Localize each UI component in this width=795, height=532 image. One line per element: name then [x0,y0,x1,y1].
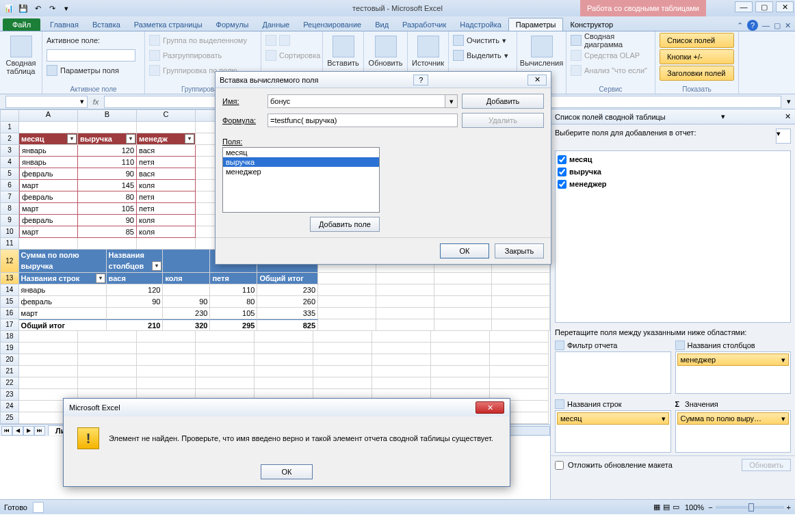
field-item[interactable]: месяц [558,153,788,165]
field-checkbox[interactable] [558,180,566,189]
pivot-col-header[interactable]: вася [107,273,164,284]
close-button[interactable]: Закрыть [495,243,544,258]
field-option[interactable]: выручка [223,157,379,167]
tab-home[interactable]: Главная [43,18,86,31]
minimize-ribbon-icon[interactable]: ⌃ [737,21,743,30]
maximize-icon[interactable]: ▢ [755,1,773,12]
cell[interactable] [255,331,313,343]
save-icon[interactable]: 💾 [17,2,29,14]
expand-formula-icon[interactable]: ▾ [783,97,795,106]
tab-formulas[interactable]: Формулы [209,18,256,31]
tab-developer[interactable]: Разработчик [395,18,453,31]
header-cell[interactable]: выручка▾ [78,133,137,145]
chevron-down-icon[interactable]: ▾ [721,112,725,121]
defer-checkbox[interactable] [555,461,564,470]
cell[interactable] [318,319,376,331]
add-button[interactable]: Добавить [462,94,544,109]
cell[interactable]: 145 [78,180,137,191]
cell[interactable] [492,296,550,308]
cell[interactable] [19,331,78,343]
cell[interactable] [196,354,255,366]
row-header[interactable]: 7 [0,191,19,203]
chevron-down-icon[interactable]: ▾ [445,94,458,108]
tab-addin[interactable]: Надстройка [453,18,508,31]
filter-dropdown-icon[interactable]: ▾ [152,261,161,271]
field-option[interactable]: месяц [223,148,379,157]
tab-view[interactable]: Вид [368,18,395,31]
row-header[interactable]: 19 [0,343,19,354]
cell[interactable]: петя [137,203,196,215]
row-header[interactable]: 20 [0,354,19,366]
view-normal-icon[interactable]: ▦ [653,503,660,511]
field-item[interactable]: менеджер [558,178,788,190]
cell[interactable]: коля [137,215,196,226]
redo-icon[interactable]: ↷ [46,2,58,14]
col-header-A[interactable]: A [19,109,78,122]
cell[interactable] [313,343,372,354]
row-header[interactable]: 10 [0,226,19,238]
header-cell[interactable]: менедж▾ [137,133,196,145]
filter-drop-zone[interactable] [555,351,671,394]
cell[interactable] [372,366,431,377]
cell[interactable] [78,377,137,389]
cell[interactable]: февраль [19,191,78,203]
pm-buttons-toggle[interactable]: Кнопки +/- [660,49,734,64]
cell[interactable] [78,331,137,343]
cell[interactable] [492,284,550,296]
cell[interactable] [376,308,434,319]
cell[interactable] [492,273,550,284]
cell[interactable] [372,331,431,343]
cell[interactable] [78,354,137,366]
cell[interactable]: петя [137,191,196,203]
cell[interactable] [490,343,549,354]
cell[interactable] [19,366,78,377]
cell[interactable] [313,377,372,389]
active-field-input[interactable] [47,49,135,62]
cell[interactable] [431,377,490,389]
cell[interactable] [490,377,549,389]
row-header[interactable]: 24 [0,401,19,412]
clear-button[interactable]: Очистить▾ [453,33,512,48]
qat-dropdown-icon[interactable]: ▾ [60,2,73,14]
cell[interactable] [78,343,137,354]
cell[interactable]: 110 [210,284,257,296]
rows-drop-zone[interactable]: месяц▾ [555,410,671,453]
field-checkbox[interactable] [558,155,566,164]
cell[interactable] [255,366,313,377]
row-header[interactable]: 21 [0,366,19,377]
zoom-thumb[interactable] [748,503,754,511]
cell[interactable]: 120 [78,145,137,157]
row-header[interactable]: 2 [0,133,19,145]
cell[interactable] [431,366,490,377]
select-button[interactable]: Выделить▾ [453,48,512,63]
header-cell[interactable]: месяц▾ [19,133,78,145]
filter-dropdown-icon[interactable]: ▾ [96,274,105,283]
columns-drop-zone[interactable]: менеджер▾ [675,351,792,394]
cell[interactable] [137,122,196,133]
cell[interactable] [19,122,78,133]
refresh-button[interactable]: Обновить [368,33,403,70]
cell[interactable] [163,284,210,296]
filter-dropdown-icon[interactable]: ▾ [185,134,194,144]
workbook-close-icon[interactable]: ✕ [785,21,791,30]
filter-dropdown-icon[interactable]: ▾ [126,134,135,144]
field-option[interactable]: менеджер [223,167,379,176]
pivot-value-label[interactable]: Сумма по полювыручка [19,250,107,273]
cell[interactable]: 260 [257,296,318,308]
cell[interactable] [78,238,137,250]
error-titlebar[interactable]: Microsoft Excel ✕ [64,399,510,416]
cell[interactable] [255,377,313,389]
cell[interactable] [313,354,372,366]
cell[interactable] [196,366,255,377]
data-source-button[interactable]: Источник [412,33,444,70]
cell[interactable] [434,284,493,296]
pivot-row-label[interactable]: март [19,308,107,319]
cell[interactable]: 825 [257,319,318,331]
cell[interactable] [431,331,490,343]
cell[interactable] [490,331,549,343]
cell[interactable] [492,308,550,319]
pivot-col-header[interactable]: петя [210,273,257,284]
cell[interactable]: январь [19,145,78,157]
close-icon[interactable]: ✕ [776,1,794,12]
insert-slicer-button[interactable]: Вставить [327,33,359,70]
